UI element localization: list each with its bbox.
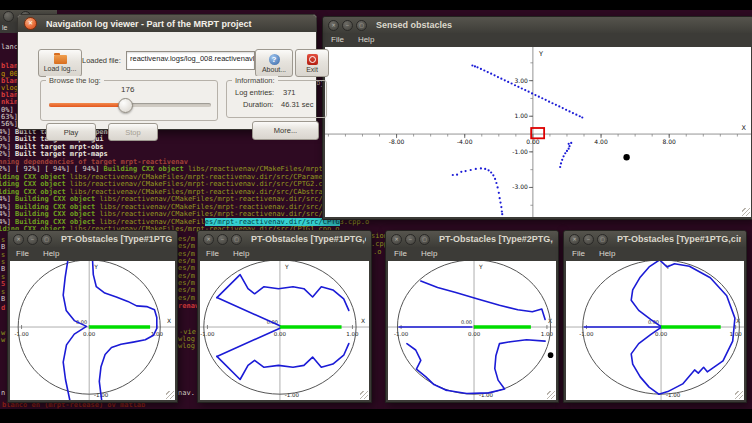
- stop-button[interactable]: Stop: [108, 123, 158, 141]
- svg-text:1.00: 1.00: [730, 331, 743, 337]
- titlebar[interactable]: ✕ – ▢ PT-Obstacles [Type#1PTG,cir: [564, 231, 746, 247]
- svg-text:3.00: 3.00: [515, 77, 529, 84]
- about-label: About...: [262, 66, 286, 73]
- window-title: PT-Obstacles [Type#1PTG,cir: [61, 234, 172, 244]
- titlebar[interactable]: ✕ – ▢ Sensed obstacles: [323, 17, 752, 33]
- more-button[interactable]: More...: [252, 121, 319, 140]
- menubar: File Help: [564, 247, 746, 260]
- svg-text:1.00: 1.00: [541, 331, 554, 337]
- resize-grip[interactable]: [166, 391, 174, 399]
- svg-text:X: X: [742, 124, 747, 132]
- menubar: File Help: [198, 247, 371, 260]
- close-icon[interactable]: [3, 11, 14, 22]
- close-icon[interactable]: ✕: [24, 17, 37, 30]
- close-icon[interactable]: ✕: [13, 234, 24, 245]
- svg-text:X: X: [167, 317, 171, 324]
- dialog-body: Load log... Loaded file: reactivenav.log…: [18, 32, 316, 129]
- close-icon[interactable]: ✕: [203, 234, 214, 245]
- browse-group-label: Browse the log:: [46, 76, 104, 85]
- duration-label: Duration:: [243, 100, 273, 109]
- svg-text:0.00: 0.00: [655, 331, 668, 337]
- titlebar[interactable]: ✕ Navigation log viewer - Part of the MR…: [18, 15, 316, 32]
- maximize-icon[interactable]: ▢: [597, 234, 608, 245]
- minimize-icon[interactable]: –: [27, 234, 38, 245]
- close-icon[interactable]: ✕: [569, 234, 580, 245]
- titlebar[interactable]: ✕ – ▢ PT-Obstacles [Type#2PTG,av: [386, 231, 558, 247]
- maximize-icon[interactable]: ▢: [419, 234, 430, 245]
- maximize-icon[interactable]: ▢: [231, 234, 242, 245]
- menu-file[interactable]: File: [331, 35, 344, 44]
- plot-area: -1.000.001.000.00-1.00XY: [10, 261, 175, 400]
- svg-text:-1.00: -1.00: [394, 331, 409, 337]
- minimize-icon[interactable]: –: [217, 234, 228, 245]
- sensed-obstacles-plot: -8.00-4.000.004.008.003.001.00-1.00-3.00…: [325, 47, 751, 217]
- play-button[interactable]: Play: [46, 123, 96, 141]
- menu-file[interactable]: File: [206, 249, 219, 258]
- maximize-icon[interactable]: ▢: [41, 234, 52, 245]
- minimize-icon[interactable]: –: [405, 234, 416, 245]
- svg-text:0.00: 0.00: [274, 331, 287, 337]
- exit-label: Exit: [306, 66, 318, 73]
- terminal-fragment: wlog: [178, 343, 195, 350]
- menu-help[interactable]: Help: [358, 35, 374, 44]
- terminal-fragment: d: [1, 305, 5, 312]
- close-icon[interactable]: ✕: [328, 20, 339, 31]
- svg-text:4.00: 4.00: [594, 138, 608, 145]
- close-icon[interactable]: ✕: [391, 234, 402, 245]
- ptg-plot-4: -1.000.001.000.00-1.00XY: [566, 261, 744, 400]
- svg-text:0.00: 0.00: [468, 331, 481, 337]
- loaded-file-label: Loaded file:: [82, 56, 121, 65]
- titlebar[interactable]: ✕ – ▢ PT-Obstacles [Type#1PTG,cir: [198, 231, 371, 247]
- menu-help[interactable]: Help: [421, 249, 437, 258]
- svg-text:Y: Y: [478, 263, 483, 270]
- selected-direction-dot: [548, 352, 554, 358]
- resize-grip[interactable]: [735, 391, 743, 399]
- terminal-fragment: B: [1, 244, 5, 251]
- axes: -1.000.001.000.00-1.00XY: [200, 261, 369, 400]
- menu-file[interactable]: File: [394, 249, 407, 258]
- axes: -1.000.001.000.00-1.00XY: [10, 261, 175, 400]
- menubar: File Help: [323, 33, 752, 46]
- slider-value: 176: [121, 85, 134, 94]
- information-group: Information: Log entries: 371 Duration: …: [226, 80, 327, 118]
- power-icon: [307, 54, 318, 65]
- window-pt-obstacles-2: ✕ – ▢ PT-Obstacles [Type#1PTG,cir File H…: [197, 230, 372, 403]
- terminal-fragment: es/m: [178, 243, 195, 250]
- menubar: File Help: [386, 247, 558, 260]
- ptg-plot-1: -1.000.001.000.00-1.00XY: [10, 261, 175, 400]
- information-group-label: Information:: [232, 76, 278, 85]
- slider-fill: [49, 103, 125, 107]
- svg-text:Y: Y: [538, 50, 543, 58]
- terminal-fragment: blan: [1, 63, 18, 70]
- resize-grip[interactable]: [742, 208, 750, 216]
- svg-text:-1.00: -1.00: [200, 331, 215, 337]
- exit-button[interactable]: Exit: [295, 49, 329, 77]
- slider-handle[interactable]: [118, 98, 133, 113]
- terminal-fragment: B: [1, 266, 5, 273]
- terminal-fragment: nav.: [178, 390, 195, 397]
- menu-file[interactable]: File: [16, 249, 29, 258]
- menu-help[interactable]: Help: [233, 249, 249, 258]
- menu-help[interactable]: Help: [43, 249, 59, 258]
- load-log-label: Load log...: [44, 65, 77, 72]
- terminal-line: 92%] Built target mrpt-maps: [0, 151, 108, 158]
- maximize-icon[interactable]: ▢: [356, 20, 367, 31]
- minimize-icon[interactable]: –: [342, 20, 353, 31]
- svg-text:Y: Y: [284, 263, 289, 270]
- load-log-button[interactable]: Load log...: [38, 49, 82, 77]
- menu-file[interactable]: File: [572, 249, 585, 258]
- resize-grip[interactable]: [547, 391, 555, 399]
- target-point: [623, 154, 629, 160]
- top-letterbox-bar: [0, 0, 752, 10]
- menu-help[interactable]: Help: [599, 249, 615, 258]
- svg-text:-3.00: -3.00: [512, 183, 528, 190]
- minimize-icon[interactable]: –: [583, 234, 594, 245]
- terminal-fragment: lanc: [1, 44, 18, 51]
- resize-grip[interactable]: [360, 391, 368, 399]
- titlebar[interactable]: ✕ – ▢ PT-Obstacles [Type#1PTG,cir: [8, 231, 177, 247]
- window-title: Sensed obstacles: [376, 20, 748, 30]
- loaded-file-field[interactable]: reactivenav.logs/log_008.reactivenavlog: [126, 51, 255, 70]
- about-button[interactable]: ? About...: [255, 49, 293, 77]
- terminal-fragment: w: [1, 337, 5, 344]
- window-navigation-log-viewer: ✕ Navigation log viewer - Part of the MR…: [17, 14, 317, 130]
